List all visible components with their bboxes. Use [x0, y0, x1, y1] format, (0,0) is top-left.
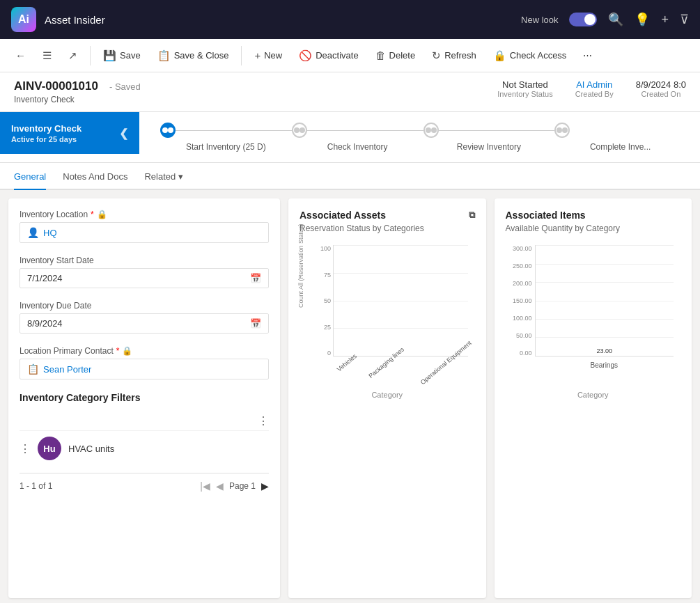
- bar-col-bearings: 23.00: [550, 347, 660, 356]
- separator-1: [90, 46, 91, 65]
- panel-toggle-button[interactable]: ☰: [36, 46, 59, 65]
- search-icon[interactable]: 🔍: [608, 12, 623, 27]
- bearings-label: Bearings: [591, 361, 618, 369]
- associated-assets-panel: Associated Assets ⧉ Reservation Status b…: [288, 198, 486, 598]
- save-close-label: Save & Close: [174, 50, 229, 61]
- status-block: Not Started Inventory Status: [497, 79, 553, 98]
- save-icon: 💾: [103, 49, 116, 62]
- toolbar: ← ☰ ↗ 💾 Save 📋 Save & Close + New 🚫 Deac…: [0, 39, 700, 72]
- start-date-value[interactable]: 7/1/2024 📅: [20, 268, 269, 288]
- save-close-button[interactable]: 📋 Save & Close: [150, 46, 236, 65]
- items-y-labels: 0.00 50.00 100.00 150.00 200.00 250.00 3…: [506, 245, 532, 357]
- stage-1-label: Start Inventory (25 D): [186, 142, 266, 152]
- stage-2-circle: [292, 123, 307, 138]
- new-look-label: New look: [521, 15, 558, 25]
- refresh-button[interactable]: ↻ Refresh: [425, 46, 483, 65]
- lightbulb-icon[interactable]: 💡: [635, 12, 650, 27]
- filter-options-icon[interactable]: ⋮: [258, 414, 269, 428]
- status-value: Not Started: [497, 79, 553, 90]
- back-button[interactable]: ←: [8, 46, 33, 65]
- assets-x-labels: Vehicles Packaging lines Operational Equ…: [333, 359, 468, 388]
- new-icon: +: [254, 49, 260, 61]
- items-x-axis-label: Category: [506, 391, 681, 399]
- filter-icon[interactable]: ⊽: [680, 12, 689, 27]
- nav-right: New look 🔍 💡 + ⊽: [521, 12, 689, 27]
- created-by-label: Created By: [575, 90, 614, 98]
- location-label: Inventory Location * 🔒: [20, 210, 269, 219]
- stage-3-label: Review Inventory: [457, 142, 521, 152]
- due-date-calendar-icon[interactable]: 📅: [250, 318, 261, 329]
- item-name: HVAC units: [68, 444, 114, 454]
- tabs-bar: General Notes And Docs Related ▾: [0, 163, 700, 190]
- start-date-calendar-icon[interactable]: 📅: [250, 273, 261, 283]
- location-link[interactable]: 👤 HQ: [27, 227, 57, 238]
- new-look-toggle[interactable]: [569, 13, 597, 26]
- separator-2: [241, 46, 242, 65]
- contact-required: *: [116, 346, 120, 356]
- stage-bar: Inventory Check Active for 25 days ❮ Sta…: [0, 112, 700, 163]
- deactivate-button[interactable]: 🚫 Deactivate: [292, 46, 365, 65]
- required-marker: *: [91, 210, 94, 219]
- refresh-icon: ↻: [432, 49, 441, 62]
- pagination-summary: 1 - 1 of 1: [20, 481, 52, 491]
- open-button[interactable]: ↗: [61, 46, 84, 65]
- stage-chevron-icon: ❮: [119, 127, 128, 140]
- form-panel: Inventory Location * 🔒 👤 HQ Inventory St…: [8, 198, 280, 598]
- page-nav: |◀ ◀ Page 1 ▶: [200, 480, 269, 492]
- created-on-block: 8/9/2024 8:0 Created On: [636, 79, 686, 98]
- check-access-label: Check Access: [510, 50, 567, 61]
- delete-button[interactable]: 🗑 Delete: [368, 46, 423, 65]
- location-value[interactable]: 👤 HQ: [20, 222, 269, 243]
- stage-1[interactable]: Start Inventory (25 D): [160, 123, 292, 152]
- new-button[interactable]: + New: [247, 46, 289, 65]
- assets-expand-icon[interactable]: ⧉: [469, 210, 475, 221]
- back-icon: ←: [15, 49, 26, 61]
- more-button[interactable]: ⋯: [576, 47, 599, 64]
- tab-general[interactable]: General: [14, 163, 46, 190]
- avatar: Hu: [38, 437, 61, 460]
- more-label: ⋯: [583, 50, 592, 61]
- check-access-button[interactable]: 🔒 Check Access: [486, 46, 574, 65]
- delete-icon: 🗑: [375, 49, 386, 61]
- contact-value[interactable]: 📋 Sean Porter: [20, 359, 269, 379]
- tab-notes[interactable]: Notes And Docs: [63, 163, 127, 190]
- assets-chart: Count All (Reservation Status) 0 25 50 7…: [300, 242, 475, 388]
- stages-list: Start Inventory (25 D) Check Inventory R…: [139, 114, 700, 152]
- contact-link[interactable]: 📋 Sean Porter: [27, 363, 91, 375]
- refresh-label: Refresh: [444, 50, 476, 61]
- items-bars-area: 23.00: [535, 245, 674, 357]
- due-date-value[interactable]: 8/9/2024 📅: [20, 313, 269, 334]
- stage-4[interactable]: Complete Inve...: [554, 123, 686, 152]
- stage-3-circle: [423, 123, 439, 138]
- assets-bars-area: [333, 245, 468, 357]
- record-header: AINV-00001010 - Saved Inventory Check No…: [0, 72, 700, 112]
- first-page-button[interactable]: |◀: [200, 480, 210, 492]
- save-close-icon: 📋: [157, 49, 171, 62]
- new-label: New: [264, 50, 282, 61]
- tab-related[interactable]: Related ▾: [144, 163, 183, 190]
- top-nav: Ai Asset Insider New look 🔍 💡 + ⊽: [0, 0, 700, 39]
- main-content: Inventory Location * 🔒 👤 HQ Inventory St…: [0, 190, 700, 603]
- assets-x-axis-label: Category: [300, 391, 475, 399]
- record-meta: Not Started Inventory Status AI Admin Cr…: [497, 79, 686, 98]
- deactivate-label: Deactivate: [316, 50, 358, 61]
- due-date-field-group: Inventory Due Date 8/9/2024 📅: [20, 301, 269, 334]
- associated-items-panel: Associated Items Available Quantity by C…: [495, 198, 692, 598]
- location-person-icon: 👤: [27, 227, 39, 238]
- stage-4-circle: [554, 123, 570, 138]
- created-by-block: AI Admin Created By: [575, 79, 614, 98]
- page-label: Page 1: [229, 481, 256, 491]
- add-icon[interactable]: +: [661, 13, 669, 27]
- item-options-icon[interactable]: ⋮: [20, 442, 31, 455]
- save-label: Save: [120, 50, 141, 61]
- stage-3[interactable]: Review Inventory: [423, 123, 555, 152]
- prev-page-button[interactable]: ◀: [216, 480, 224, 492]
- save-button[interactable]: 💾 Save: [96, 46, 148, 65]
- active-stage[interactable]: Inventory Check Active for 25 days ❮: [0, 112, 139, 154]
- lock-icon: 🔒: [97, 210, 107, 219]
- open-icon: ↗: [68, 49, 77, 62]
- assets-chart-title: Associated Assets ⧉: [300, 210, 475, 221]
- items-chart-subtitle: Available Quantity by Category: [506, 224, 681, 233]
- next-page-button[interactable]: ▶: [261, 480, 269, 492]
- stage-2[interactable]: Check Inventory: [292, 123, 423, 152]
